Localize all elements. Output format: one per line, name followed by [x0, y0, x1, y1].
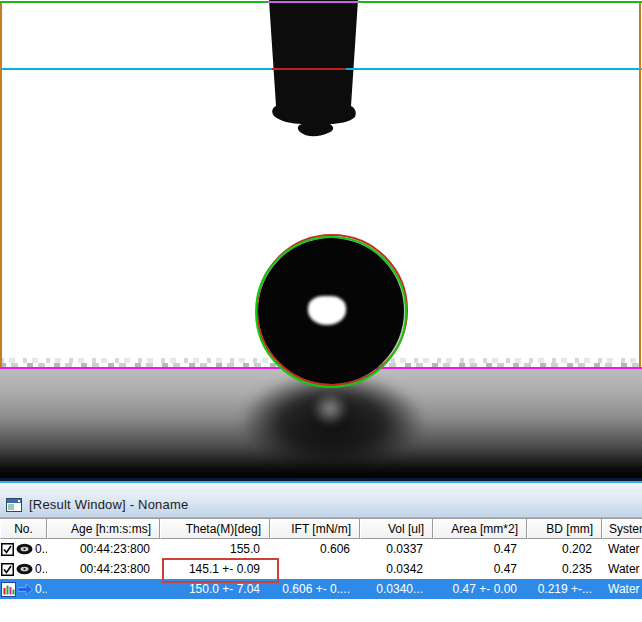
col-header-theta[interactable]: Theta(M)[deg]	[160, 519, 270, 539]
table-header: No. Age [h:m:s:ms] Theta(M)[deg] IFT [mN…	[0, 518, 642, 539]
theta-cell: 155.0	[160, 539, 270, 559]
arrow-right-icon	[18, 583, 33, 596]
table-empty-area	[0, 599, 642, 622]
theta-cell: 145.1 +- 0.09	[160, 559, 270, 579]
table-row[interactable]: 0... 00:44:23:800 145.1 +- 0.09 0.0342 0…	[0, 559, 642, 579]
app-window: [Result Window] - Noname No. Age [h:m:s:…	[0, 0, 642, 622]
col-header-ift[interactable]: IFT [mN/m]	[270, 519, 360, 539]
col-header-age[interactable]: Age [h:m:s:ms]	[47, 519, 160, 539]
area-cell: 0.47	[433, 559, 527, 579]
col-header-no[interactable]: No.	[0, 519, 47, 539]
bd-cell: 0.235	[527, 559, 602, 579]
system-cell: Water	[602, 579, 642, 599]
roi-left-line	[0, 3, 2, 367]
row-no-cell: 0...	[0, 579, 47, 599]
panel-gap	[0, 483, 642, 492]
droplet-reflection-highlight	[312, 392, 348, 426]
col-header-area[interactable]: Area [mm*2]	[433, 519, 527, 539]
system-cell: Water	[602, 539, 642, 559]
area-cell: 0.47	[433, 539, 527, 559]
row-number: 0...	[35, 562, 47, 576]
col-header-system[interactable]: System	[602, 519, 642, 539]
bar-chart-icon[interactable]	[1, 582, 16, 597]
row-no-cell: 0...	[0, 539, 47, 559]
row-number: 0...	[35, 542, 47, 556]
vol-cell: 0.0340...	[360, 579, 433, 599]
table-row[interactable]: 0... 00:44:23:800 155.0 0.606 0.0337 0.4…	[0, 539, 642, 559]
age-cell: 00:44:23:800	[47, 539, 160, 559]
result-window-title: [Result Window] - Noname	[29, 497, 188, 512]
bd-cell: 0.202	[527, 539, 602, 559]
drop-fit-circle-overlay	[255, 236, 407, 388]
col-header-bd[interactable]: BD [mm]	[527, 519, 602, 539]
ift-cell: 0.606	[270, 539, 360, 559]
result-window-titlebar[interactable]: [Result Window] - Noname	[0, 492, 642, 518]
bd-cell: 0.219 +-...	[527, 579, 602, 599]
window-icon	[6, 498, 22, 512]
col-header-vol[interactable]: Vol [ul]	[360, 519, 433, 539]
checkbox-checked-icon[interactable]	[1, 543, 14, 556]
vol-cell: 0.0342	[360, 559, 433, 579]
age-cell: 00:44:23:800	[47, 559, 160, 579]
needle-level-segment	[272, 68, 346, 70]
eye-icon[interactable]	[16, 543, 33, 555]
table-row-selected[interactable]: 0... 150.0 +- 7.04 0.606 +- 0.... 0.0340…	[0, 579, 642, 599]
result-window: [Result Window] - Noname No. Age [h:m:s:…	[0, 478, 642, 622]
eye-icon[interactable]	[16, 563, 33, 575]
row-no-cell: 0...	[0, 559, 47, 579]
roi-right-line	[639, 3, 641, 367]
theta-cell: 150.0 +- 7.04	[160, 579, 270, 599]
ift-cell: 0.606 +- 0....	[270, 579, 360, 599]
checkbox-checked-icon[interactable]	[1, 563, 14, 576]
dosing-needle	[262, 0, 362, 140]
top-needle-segment	[268, 1, 358, 3]
age-cell	[47, 579, 160, 599]
camera-view[interactable]	[0, 0, 642, 478]
row-number: 0...	[35, 582, 47, 596]
system-cell: Water	[602, 559, 642, 579]
area-cell: 0.47 +- 0.00	[433, 579, 527, 599]
ift-cell	[270, 559, 360, 579]
vol-cell: 0.0337	[360, 539, 433, 559]
